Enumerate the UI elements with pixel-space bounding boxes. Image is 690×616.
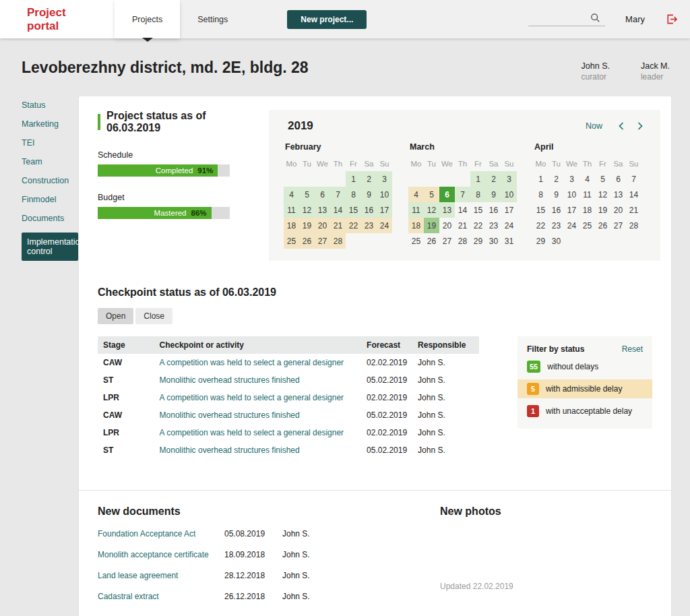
toggle-open[interactable]: Open (98, 308, 133, 324)
calendar-now-link[interactable]: Now (586, 121, 602, 131)
calendar-day[interactable]: 7 (626, 171, 641, 187)
document-link[interactable]: Foundation Acceptance Act (98, 529, 224, 538)
calendar-day[interactable]: 23 (361, 218, 377, 233)
calendar-day[interactable]: 31 (501, 233, 517, 249)
calendar-day[interactable]: 16 (361, 202, 377, 218)
calendar-day[interactable]: 2 (486, 171, 501, 187)
calendar-day[interactable]: 21 (455, 218, 470, 233)
filter-item-with-admissible-delay[interactable]: 5with admissible delay (518, 379, 652, 398)
sidebar-item-finmodel[interactable]: Finmodel (22, 195, 79, 204)
calendar-day[interactable]: 13 (315, 202, 330, 218)
calendar-day[interactable]: 29 (533, 233, 548, 249)
calendar-day[interactable]: 30 (548, 233, 564, 249)
calendar-day[interactable]: 15 (470, 202, 486, 218)
sidebar-item-implementation-control[interactable]: Implementation control (22, 233, 78, 261)
sidebar-item-team[interactable]: Team (22, 157, 79, 166)
calendar-day[interactable]: 7 (330, 187, 346, 202)
calendar-day[interactable]: 16 (486, 202, 501, 218)
calendar-day[interactable]: 10 (501, 187, 517, 202)
document-link[interactable]: Land lease agreement (98, 571, 224, 580)
calendar-day[interactable]: 11 (284, 202, 299, 218)
calendar-day[interactable]: 23 (486, 218, 501, 233)
calendar-day[interactable]: 30 (486, 233, 501, 249)
search-input[interactable] (528, 13, 590, 24)
checkpoint-link[interactable]: A competition was held to select a gener… (160, 393, 344, 402)
calendar-day[interactable]: 20 (315, 218, 330, 233)
sidebar-item-status[interactable]: Status (22, 100, 79, 110)
sidebar-item-construction[interactable]: Construction (22, 176, 79, 185)
calendar-day[interactable]: 4 (579, 171, 595, 187)
calendar-day[interactable]: 1 (346, 171, 361, 187)
calendar-day[interactable]: 19 (299, 218, 315, 233)
checkpoint-link[interactable]: Monolithic overhead structures finished (160, 375, 300, 385)
calendar-day[interactable]: 23 (548, 218, 564, 233)
calendar-day[interactable]: 1 (470, 171, 486, 187)
calendar-day[interactable]: 4 (284, 187, 299, 202)
calendar-day[interactable]: 21 (330, 218, 346, 233)
calendar-day[interactable]: 5 (595, 171, 610, 187)
calendar-day[interactable]: 14 (455, 202, 470, 218)
calendar-day[interactable]: 2 (361, 171, 377, 187)
calendar-day[interactable]: 27 (315, 233, 330, 249)
filter-reset-link[interactable]: Reset (622, 344, 643, 354)
calendar-day[interactable]: 14 (330, 202, 346, 218)
checkpoint-link[interactable]: Monolithic overhead structures finished (160, 410, 300, 420)
calendar-day[interactable]: 20 (610, 202, 626, 218)
checkpoint-link[interactable]: A competition was held to select a gener… (160, 358, 344, 367)
chevron-left-icon[interactable] (617, 121, 625, 131)
calendar-day[interactable]: 1 (533, 171, 548, 187)
calendar-day[interactable]: 26 (595, 218, 610, 233)
calendar-day[interactable]: 3 (564, 171, 579, 187)
calendar-day[interactable]: 15 (533, 202, 548, 218)
calendar-day[interactable]: 25 (579, 218, 595, 233)
logo-block[interactable]: Project portal (0, 0, 115, 38)
calendar-day[interactable]: 5 (424, 187, 439, 202)
calendar-day[interactable]: 7 (455, 187, 470, 202)
calendar-day[interactable]: 4 (408, 187, 424, 202)
calendar-day[interactable]: 28 (455, 233, 470, 249)
calendar-day[interactable]: 27 (439, 233, 455, 249)
calendar-day[interactable]: 24 (564, 218, 579, 233)
calendar-day[interactable]: 10 (377, 187, 392, 202)
new-project-button[interactable]: New project... (287, 10, 367, 29)
calendar-day[interactable]: 25 (284, 233, 299, 249)
calendar-day[interactable]: 9 (486, 187, 501, 202)
calendar-day[interactable]: 5 (299, 187, 315, 202)
calendar-day[interactable]: 19 (424, 218, 439, 233)
document-link[interactable]: Monolith acceptance certificate (98, 550, 224, 559)
search-box[interactable] (528, 13, 605, 26)
calendar-day[interactable]: 11 (408, 202, 424, 218)
calendar-day[interactable]: 10 (564, 187, 579, 202)
calendar-day[interactable]: 12 (595, 187, 610, 202)
calendar-day[interactable]: 16 (548, 202, 564, 218)
calendar-day[interactable]: 6 (315, 187, 330, 202)
calendar-day[interactable]: 13 (610, 187, 626, 202)
calendar-day[interactable]: 19 (595, 202, 610, 218)
calendar-day[interactable]: 22 (533, 218, 548, 233)
calendar-day[interactable]: 8 (533, 187, 548, 202)
calendar-day[interactable]: 13 (439, 202, 455, 218)
calendar-day[interactable]: 18 (284, 218, 299, 233)
checkpoint-link[interactable]: A competition was held to select a gener… (160, 428, 344, 437)
calendar-day[interactable]: 20 (439, 218, 455, 233)
calendar-day[interactable]: 21 (626, 202, 641, 218)
checkpoint-link[interactable]: Monolithic overhead structures finished (160, 445, 300, 455)
calendar-day[interactable]: 6 (610, 171, 626, 187)
calendar-day[interactable]: 12 (424, 202, 439, 218)
calendar-day[interactable]: 11 (579, 187, 595, 202)
calendar-day[interactable]: 29 (470, 233, 486, 249)
calendar-day[interactable]: 9 (361, 187, 377, 202)
calendar-day[interactable]: 17 (564, 202, 579, 218)
calendar-day[interactable]: 2 (548, 171, 564, 187)
calendar-day[interactable]: 8 (346, 187, 361, 202)
calendar-day[interactable]: 9 (548, 187, 564, 202)
calendar-day[interactable]: 17 (501, 202, 517, 218)
calendar-day[interactable]: 24 (377, 218, 392, 233)
calendar-day[interactable]: 18 (579, 202, 595, 218)
calendar-day[interactable]: 26 (299, 233, 315, 249)
calendar-day[interactable]: 22 (346, 218, 361, 233)
toggle-close[interactable]: Close (135, 308, 172, 324)
chevron-right-icon[interactable] (636, 121, 644, 131)
calendar-day[interactable]: 28 (626, 218, 641, 233)
calendar-day[interactable]: 15 (346, 202, 361, 218)
